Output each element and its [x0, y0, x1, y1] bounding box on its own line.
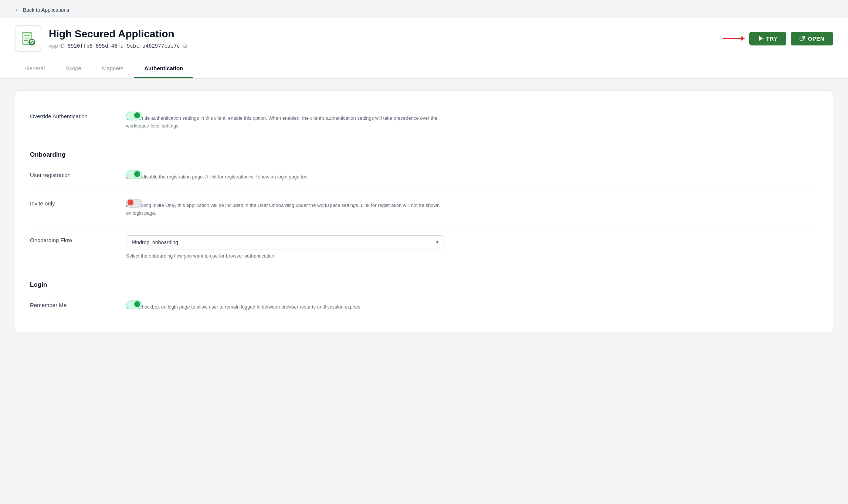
onboarding-flow-select[interactable]: Pindrop_onboarding Default Flow Custom F… — [126, 235, 444, 249]
remember-me-label-col: Remember Me — [30, 300, 111, 308]
app-title-group: High Secured Application App ID 8920ffb6… — [49, 28, 187, 49]
login-section-header: Login — [30, 269, 818, 292]
invite-only-control: By enabling Invite Only, this applicatio… — [126, 199, 818, 217]
app-id-value: 8920ffb6-895d-46fa-9cbc-a462977cae7c — [68, 43, 180, 49]
login-label-col: Login — [30, 280, 111, 289]
onboarding-flow-control: Pindrop_onboarding Default Flow Custom F… — [126, 235, 818, 260]
invite-only-description: By enabling Invite Only, this applicatio… — [126, 202, 444, 217]
svg-marker-6 — [741, 36, 745, 41]
onboarding-flow-label-col: Onboarding Flow — [30, 235, 111, 243]
remember-me-description: Show checkbox on login page to allow use… — [126, 303, 444, 311]
user-registration-label: User registration — [30, 170, 111, 178]
try-button[interactable]: TRY — [749, 32, 787, 45]
remember-me-toggle-knob — [134, 301, 140, 307]
invite-only-label-col: Invite only — [30, 199, 111, 207]
back-to-applications-link[interactable]: ← Back to Applications — [0, 0, 848, 18]
override-auth-control: To override authentication settings in t… — [126, 112, 818, 130]
login-title: Login — [30, 280, 111, 289]
try-play-icon — [758, 36, 763, 41]
override-auth-description: To override authentication settings in t… — [126, 115, 444, 130]
app-icon — [15, 25, 41, 52]
onboarding-label-col: Onboarding — [30, 150, 111, 159]
app-header-section: High Secured Application App ID 8920ffb6… — [0, 18, 848, 79]
remember-me-label: Remember Me — [30, 300, 111, 308]
invite-only-row: Invite only By enabling Invite Only, thi… — [30, 190, 818, 227]
app-title: High Secured Application — [49, 28, 187, 40]
tab-scope[interactable]: Scope — [55, 59, 92, 78]
app-identity: High Secured Application App ID 8920ffb6… — [15, 25, 187, 52]
copy-icon[interactable]: ⧉ — [183, 42, 187, 49]
remember-me-row: Remember Me Show checkbox on login page … — [30, 292, 818, 320]
back-link-label: Back to Applications — [23, 7, 69, 13]
user-registration-row: User registration Enable/disable the reg… — [30, 161, 818, 190]
tab-mappers[interactable]: Mappers — [92, 59, 134, 78]
user-registration-description: Enable/disable the registration page. A … — [126, 173, 444, 181]
user-registration-label-col: User registration — [30, 170, 111, 178]
app-id-row: App ID 8920ffb6-895d-46fa-9cbc-a462977ca… — [49, 42, 187, 49]
settings-card: Override Authentication To override auth… — [15, 91, 833, 332]
override-auth-row: Override Authentication To override auth… — [30, 103, 818, 139]
onboarding-flow-select-wrapper: Pindrop_onboarding Default Flow Custom F… — [126, 235, 444, 249]
open-button[interactable]: OPEN — [791, 32, 833, 45]
back-arrow-icon: ← — [15, 7, 21, 13]
user-registration-toggle-knob — [134, 171, 140, 177]
onboarding-flow-row: Onboarding Flow Pindrop_onboarding Defau… — [30, 227, 818, 269]
remember-me-control: Show checkbox on login page to allow use… — [126, 300, 818, 311]
tab-authentication[interactable]: Authentication — [134, 59, 193, 78]
override-auth-label-col: Override Authentication — [30, 112, 111, 119]
tab-general[interactable]: General — [15, 59, 55, 78]
onboarding-flow-label: Onboarding Flow — [30, 235, 111, 243]
svg-marker-7 — [759, 36, 763, 41]
app-header: High Secured Application App ID 8920ffb6… — [15, 25, 833, 59]
onboarding-title: Onboarding — [30, 150, 111, 159]
override-auth-label: Override Authentication — [30, 112, 111, 119]
user-registration-control: Enable/disable the registration page. A … — [126, 170, 818, 181]
invite-only-label: Invite only — [30, 199, 111, 207]
app-id-label: App ID — [49, 43, 65, 49]
onboarding-flow-description: Select the onboarding flow you want to u… — [126, 252, 444, 260]
open-external-icon — [800, 36, 805, 41]
tabs-nav: General Scope Mappers Authentication — [15, 59, 833, 78]
override-auth-toggle-knob — [134, 112, 140, 118]
arrow-indicator — [723, 34, 745, 43]
header-actions: TRY OPEN — [723, 32, 833, 45]
main-content: Override Authentication To override auth… — [0, 79, 848, 344]
onboarding-section-header: Onboarding — [30, 139, 818, 161]
